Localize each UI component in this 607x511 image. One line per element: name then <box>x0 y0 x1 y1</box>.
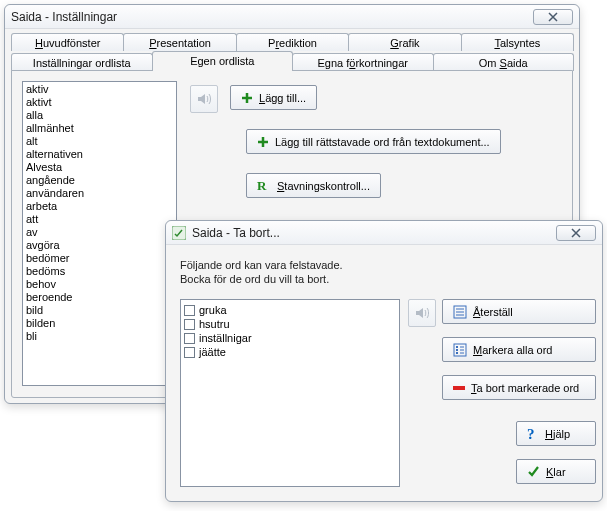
spellcheck-r-icon: R <box>257 179 271 193</box>
speaker-button[interactable] <box>190 85 218 113</box>
settings-titlebar: Saida - Inställningar <box>5 5 579 29</box>
tab-label: alsyntes <box>500 37 540 49</box>
reset-button[interactable]: Återställ <box>442 299 596 324</box>
speaker-button[interactable] <box>408 299 436 327</box>
add-from-doc-button[interactable]: Lägg till rättstavade ord från textdokum… <box>246 129 501 154</box>
remove-window: Saida - Ta bort... Följande ord kan vara… <box>165 220 603 502</box>
wordlist-box[interactable]: aktivaktivtallaallmänhetaltalternativenA… <box>22 81 177 386</box>
button-label: terställ <box>480 306 512 318</box>
plus-icon <box>257 136 269 148</box>
plus-icon <box>241 92 253 104</box>
misspelled-item[interactable]: hsutru <box>184 317 396 331</box>
tab-label: Egen ordlista <box>190 55 254 67</box>
remove-title: Saida - Ta bort... <box>172 226 280 240</box>
close-icon <box>548 12 558 22</box>
wordlist-item[interactable]: aktiv <box>23 83 176 96</box>
misspelled-item[interactable]: jäätte <box>184 345 396 359</box>
wordlist-item[interactable]: angående <box>23 174 176 187</box>
instruction-2: Bocka för de ord du vill ta bort. <box>180 273 588 285</box>
wordlist-item[interactable]: bilden <box>23 317 176 330</box>
help-button[interactable]: ? Hjälp <box>516 421 596 446</box>
tab-label: ediktion <box>279 37 317 49</box>
mark-all-button[interactable]: Markera alla ord <box>442 337 596 362</box>
remove-marked-button[interactable]: Ta bort markerade ord <box>442 375 596 400</box>
done-button[interactable]: Klar <box>516 459 596 484</box>
button-label: Lägg till rättstavade ord från textdokum… <box>275 136 490 148</box>
remove-titlebar: Saida - Ta bort... <box>166 221 602 245</box>
saida-app-icon <box>172 226 186 240</box>
tab-presentation[interactable]: Presentation <box>123 33 236 51</box>
list-icon <box>453 305 467 319</box>
wordlist-item[interactable]: av <box>23 226 176 239</box>
add-button[interactable]: Lägg till... <box>230 85 317 110</box>
remove-title-text: Saida - Ta bort... <box>192 226 280 240</box>
tab-om-saida[interactable]: Om Saida <box>433 53 575 71</box>
instruction-1: Följande ord kan vara felstavade. <box>180 259 588 271</box>
tab-label: resentation <box>157 37 211 49</box>
wordlist-item[interactable]: bli <box>23 330 176 343</box>
misspelled-label: inställnigar <box>199 331 252 345</box>
wordlist-item[interactable]: beroende <box>23 291 176 304</box>
tab-label: Inställningar ordlista <box>33 57 131 69</box>
tab-label: aida <box>507 57 528 69</box>
close-icon <box>571 228 581 238</box>
close-button[interactable] <box>556 225 596 241</box>
check-icon <box>527 465 540 478</box>
wordlist-item[interactable]: att <box>23 213 176 226</box>
wordlist-item[interactable]: avgöra <box>23 239 176 252</box>
question-icon: ? <box>527 428 539 440</box>
button-label: jälp <box>553 428 570 440</box>
wordlist-item[interactable]: användaren <box>23 187 176 200</box>
settings-title: Saida - Inställningar <box>11 10 117 24</box>
tab-installningar-ordlista[interactable]: Inställningar ordlista <box>11 53 153 71</box>
spellcheck-button[interactable]: R Stavningskontroll... <box>246 173 381 198</box>
button-label: arkera alla ord <box>482 344 552 356</box>
wordlist-item[interactable]: arbeta <box>23 200 176 213</box>
speaker-icon <box>196 91 212 107</box>
speaker-icon <box>414 305 430 321</box>
wordlist-item[interactable]: alla <box>23 109 176 122</box>
checkbox[interactable] <box>184 319 195 330</box>
tab-prediktion[interactable]: Prediktion <box>236 33 349 51</box>
checkbox[interactable] <box>184 347 195 358</box>
tab-row-2: Inställningar ordlista Egen ordlista Egn… <box>11 51 573 71</box>
list-check-icon <box>453 343 467 357</box>
tab-label: uvudfönster <box>43 37 100 49</box>
button-label: ägg till... <box>265 92 306 104</box>
minus-icon <box>453 386 465 390</box>
checkbox[interactable] <box>184 333 195 344</box>
misspelled-label: gruka <box>199 303 227 317</box>
wordlist-item[interactable]: aktivt <box>23 96 176 109</box>
remove-body: Följande ord kan vara felstavade. Bocka … <box>166 245 602 501</box>
misspelled-item[interactable]: gruka <box>184 303 396 317</box>
misspelled-label: jäätte <box>199 345 226 359</box>
wordlist-item[interactable]: alternativen <box>23 148 176 161</box>
tab-label: rkortningar <box>355 57 408 69</box>
close-button[interactable] <box>533 9 573 25</box>
wordlist-item[interactable]: alt <box>23 135 176 148</box>
checkbox[interactable] <box>184 305 195 316</box>
tab-egen-ordlista[interactable]: Egen ordlista <box>152 51 294 71</box>
tab-label: rafik <box>399 37 420 49</box>
tab-grafik[interactable]: Grafik <box>348 33 461 51</box>
wordlist-item[interactable]: behov <box>23 278 176 291</box>
wordlist-item[interactable]: allmänhet <box>23 122 176 135</box>
misspelled-list[interactable]: grukahsutruinställnigarjäätte <box>180 299 400 487</box>
tab-egna-forkortningar[interactable]: Egna förkortningar <box>292 53 434 71</box>
button-label: tavningskontroll... <box>284 180 370 192</box>
wordlist-item[interactable]: bild <box>23 304 176 317</box>
tab-huvudfonster[interactable]: Huvudfönster <box>11 33 124 51</box>
wordlist-item[interactable]: bedömer <box>23 252 176 265</box>
wordlist-item[interactable]: Alvesta <box>23 161 176 174</box>
misspelled-item[interactable]: inställnigar <box>184 331 396 345</box>
tab-talsyntes[interactable]: Talsyntes <box>461 33 574 51</box>
button-label: lar <box>553 466 565 478</box>
button-label: a bort markerade ord <box>477 382 580 394</box>
misspelled-label: hsutru <box>199 317 230 331</box>
wordlist-item[interactable]: bedöms <box>23 265 176 278</box>
tab-row-1: Huvudfönster Presentation Prediktion Gra… <box>11 33 573 51</box>
